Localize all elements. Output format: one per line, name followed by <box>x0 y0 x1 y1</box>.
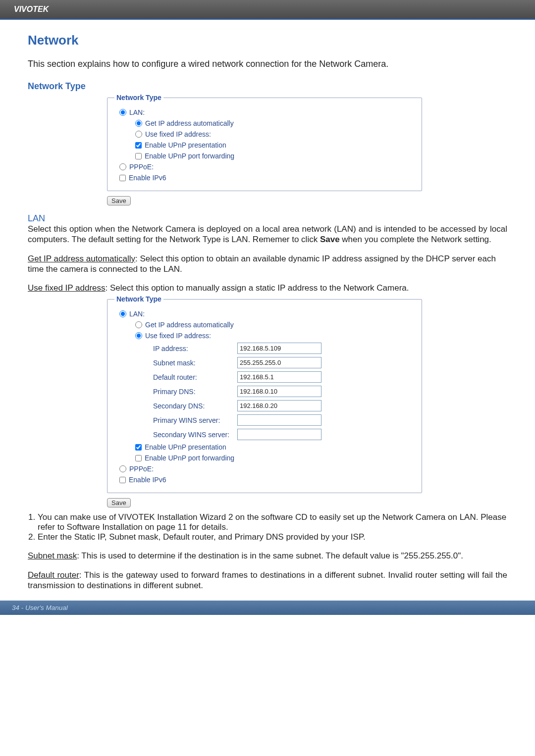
page-title: Network <box>28 33 507 48</box>
use-fixed-paragraph: Use fixed IP address: Select this option… <box>28 283 507 293</box>
upnp-presentation-label-2: Enable UPnP presentation <box>145 443 226 451</box>
ipv6-label: Enable IPv6 <box>129 174 166 182</box>
upnp-forwarding-label: Enable UPnP port forwarding <box>145 152 234 160</box>
lan-label-2: LAN: <box>129 310 145 318</box>
ipv6-label-2: Enable IPv6 <box>129 476 166 484</box>
use-fixed-ip-radio-2[interactable] <box>135 332 142 339</box>
upnp-presentation-checkbox[interactable] <box>135 142 142 149</box>
secondary-dns-input[interactable] <box>237 400 321 411</box>
lan-heading: LAN <box>28 213 507 224</box>
use-fixed-u: Use fixed IP address <box>28 283 106 293</box>
router-paragraph: Default router: This is the gateway used… <box>28 570 507 591</box>
primary-wins-input[interactable] <box>237 414 321 426</box>
subnet-rest: : This is used to determine if the desti… <box>77 551 463 560</box>
secondary-wins-label: Secondary WINS server: <box>153 431 237 439</box>
upnp-forwarding-checkbox[interactable] <box>135 153 142 159</box>
subnet-paragraph: Subnet mask: This is used to determine i… <box>28 551 507 561</box>
upnp-forwarding-checkbox-2[interactable] <box>135 455 142 461</box>
subnet-u: Subnet mask <box>28 551 77 560</box>
network-type-fieldset-1: Network Type LAN: Get IP address automat… <box>107 94 422 191</box>
network-type-heading: Network Type <box>28 81 507 92</box>
router-u: Default router <box>28 570 79 580</box>
router-rest: : This is the gateway used to forward fr… <box>28 570 507 590</box>
ip-address-label: IP address: <box>153 345 237 353</box>
primary-dns-label: Primary DNS: <box>153 388 237 396</box>
primary-dns-input[interactable] <box>237 386 321 397</box>
upnp-presentation-checkbox-2[interactable] <box>135 444 142 451</box>
pppoe-label-2: PPPoE: <box>129 465 154 473</box>
use-fixed-ip-label-2: Use fixed IP address: <box>145 332 211 340</box>
lan-paragraph: Select this option when the Network Came… <box>28 224 507 245</box>
lan-p1-bold: Save <box>320 235 340 244</box>
lan-radio-2[interactable] <box>119 310 126 317</box>
network-type-fieldset-2: Network Type LAN: Get IP address automat… <box>107 295 422 493</box>
intro-paragraph: This section explains how to configure a… <box>28 59 507 69</box>
ipv6-checkbox[interactable] <box>119 175 126 181</box>
brand-text: VIVOTEK <box>14 5 49 13</box>
use-fixed-rest: : Select this option to manually assign … <box>106 283 409 293</box>
ip-address-input[interactable] <box>237 343 321 354</box>
pppoe-radio[interactable] <box>119 163 126 170</box>
brand-header: VIVOTEK <box>0 0 535 19</box>
note-2: Enter the Static IP, Subnet mask, Defaul… <box>38 532 507 542</box>
lan-p1b: when you complete the Network setting. <box>340 235 491 244</box>
pppoe-radio-2[interactable] <box>119 465 126 472</box>
upnp-presentation-label: Enable UPnP presentation <box>145 141 226 149</box>
save-button-2[interactable]: Save <box>107 498 131 507</box>
page-content: Network This section explains how to con… <box>0 19 535 591</box>
get-ip-auto-radio-2[interactable] <box>135 321 142 328</box>
get-ip-auto-label: Get IP address automatically <box>145 119 234 127</box>
subnet-mask-label: Subnet mask: <box>153 359 237 367</box>
get-ip-u: Get IP address automatically <box>28 254 135 263</box>
note-1: You can make use of VIVOTEK Installation… <box>38 512 507 532</box>
default-router-input[interactable] <box>237 371 321 383</box>
lan-label: LAN: <box>129 108 145 116</box>
use-fixed-ip-label: Use fixed IP address: <box>145 130 211 138</box>
pppoe-label: PPPoE: <box>129 163 154 171</box>
get-ip-auto-label-2: Get IP address automatically <box>145 321 234 329</box>
get-ip-paragraph: Get IP address automatically: Select thi… <box>28 253 507 275</box>
ipv6-checkbox-2[interactable] <box>119 477 126 483</box>
use-fixed-ip-radio[interactable] <box>135 131 142 138</box>
primary-wins-label: Primary WINS server: <box>153 416 237 424</box>
save-button[interactable]: Save <box>107 196 131 205</box>
secondary-wins-input[interactable] <box>237 429 321 440</box>
lan-radio[interactable] <box>119 109 126 116</box>
footer-bar: 34 - User's Manual <box>0 601 535 615</box>
notes-list: You can make use of VIVOTEK Installation… <box>28 512 507 542</box>
upnp-forwarding-label-2: Enable UPnP port forwarding <box>145 454 234 462</box>
default-router-label: Default router: <box>153 373 237 381</box>
subnet-mask-input[interactable] <box>237 357 321 368</box>
fieldset-legend-2: Network Type <box>114 295 163 303</box>
fieldset-legend: Network Type <box>114 94 163 101</box>
secondary-dns-label: Secondary DNS: <box>153 402 237 410</box>
get-ip-auto-radio[interactable] <box>135 120 142 127</box>
footer-text: 34 - User's Manual <box>12 604 68 611</box>
